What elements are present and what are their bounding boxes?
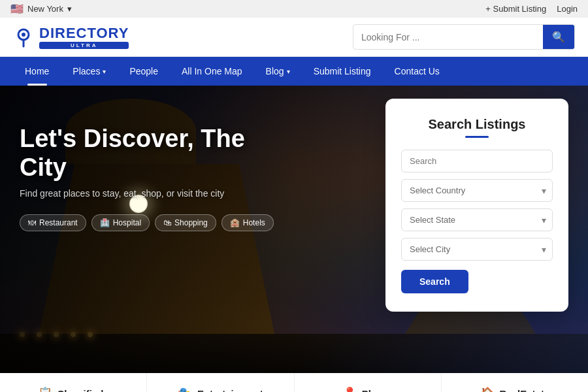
nav-item-blog[interactable]: Blog ▾ [254,57,302,86]
country-select-wrapper: Select Country [401,179,553,202]
logo-icon [13,25,37,49]
flag-icon: 🇺🇸 [10,3,24,15]
top-bar-location[interactable]: 🇺🇸 New York ▾ [10,3,72,15]
search-panel-title: Search Listings [401,117,553,132]
top-bar-actions: + Submit Listing Login [485,4,578,14]
header-search-button[interactable]: 🔍 [543,25,574,49]
places-icon: 📍 [342,386,357,392]
header-search-bar: 🔍 [353,24,575,50]
hospital-icon: 🏥 [100,218,110,227]
logo[interactable]: DIRECTORY ULTRA [13,25,129,49]
nav-item-submit[interactable]: Submit Listing [302,57,383,86]
realestate-icon: 🏠 [480,386,495,392]
chevron-down-icon-blog: ▾ [287,68,290,75]
top-bar: 🇺🇸 New York ▾ + Submit Listing Login [0,0,588,18]
nav-item-home[interactable]: Home [13,57,61,86]
entertainment-label: Entertainment [197,388,263,393]
chevron-down-icon: ▾ [103,68,106,75]
restaurant-icon: 🍽 [28,218,36,227]
header: DIRECTORY ULTRA 🔍 [0,18,588,57]
city-select[interactable]: Select City [401,238,553,261]
city-select-wrapper: Select City [401,238,553,261]
logo-text-block: DIRECTORY ULTRA [39,25,129,49]
entertainment-icon: 🎭 [178,386,192,392]
category-places[interactable]: 📍 Places [295,373,442,392]
country-select[interactable]: Select Country [401,179,553,202]
location-label: New York [27,4,63,14]
login-link[interactable]: Login [557,4,578,14]
tag-shopping[interactable]: 🛍 Shopping [155,214,216,231]
tag-hotels[interactable]: 🏨 Hotels [221,214,274,231]
tag-restaurant[interactable]: 🍽 Restaurant [20,214,86,231]
location-chevron: ▾ [67,4,72,14]
hero-section: Let's Discover, The City Find great plac… [0,86,588,373]
hero-title: Let's Discover, The City [20,125,281,182]
hero-subtitle: Find great places to stay, eat, shop, or… [20,188,255,199]
categories-bar: 📋 Classifieds 🎭 Entertainment 📍 Places 🏠… [0,373,588,392]
state-select[interactable]: Select State [401,208,553,231]
main-nav: Home Places ▾ People All In One Map Blog… [0,57,588,86]
category-classifieds[interactable]: 📋 Classifieds [0,373,147,392]
category-realestate[interactable]: 🏠 RealEstate [442,373,588,392]
search-keyword-input[interactable] [401,150,553,172]
svg-point-1 [22,33,25,37]
search-panel-underline [465,136,489,138]
hotels-icon: 🏨 [230,218,240,227]
logo-brand: DIRECTORY [39,25,129,42]
realestate-label: RealEstate [500,388,550,393]
classifieds-icon: 📋 [38,386,52,392]
places-label: Places [362,388,393,393]
shopping-icon: 🛍 [163,218,171,227]
search-listings-button[interactable]: Search [401,270,468,293]
nav-item-people[interactable]: People [118,57,170,86]
nav-item-contact[interactable]: Contact Us [383,57,451,86]
header-search-input[interactable] [353,27,543,48]
category-entertainment[interactable]: 🎭 Entertainment [147,373,294,392]
search-panel: Search Listings Select Country Select St… [385,99,568,312]
nav-item-map[interactable]: All In One Map [170,57,254,86]
classifieds-label: Classifieds [57,388,109,393]
submit-listing-link[interactable]: + Submit Listing [485,4,546,14]
state-select-wrapper: Select State [401,208,553,231]
nav-item-places[interactable]: Places ▾ [61,57,118,86]
tag-hospital[interactable]: 🏥 Hospital [91,214,150,231]
logo-ultra: ULTRA [39,42,129,49]
